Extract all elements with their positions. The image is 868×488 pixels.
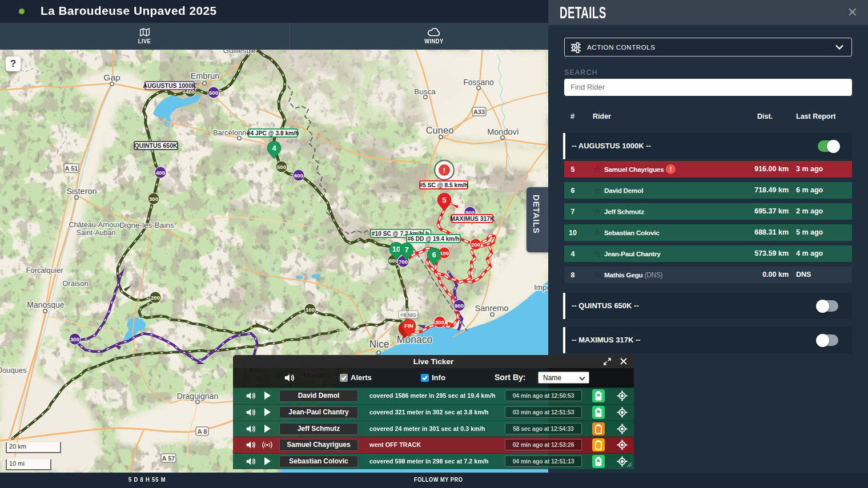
svg-text:500: 500	[277, 164, 286, 170]
svg-text:900: 900	[455, 303, 464, 309]
svg-text:Jouques: Jouques	[0, 366, 27, 374]
svg-text:500: 500	[209, 90, 218, 96]
svg-text:100: 100	[306, 306, 315, 313]
svg-text:100: 100	[440, 250, 449, 256]
svg-text:200: 200	[471, 241, 480, 248]
svg-text:Oraison: Oraison	[62, 279, 89, 288]
svg-text:Cuneo: Cuneo	[426, 125, 454, 135]
svg-text:Sisteron: Sisteron	[66, 187, 97, 196]
svg-text:Nice: Nice	[369, 338, 389, 350]
svg-text:Saint-Auban: Saint-Auban	[77, 229, 116, 237]
svg-text:#5 SC @ 8.5 km/h: #5 SC @ 8.5 km/h	[420, 182, 468, 188]
svg-text:Monaco: Monaco	[397, 334, 432, 345]
svg-text:600: 600	[294, 172, 303, 179]
svg-text:AUGUSTUS 1000K: AUGUSTUS 1000K	[143, 82, 196, 89]
svg-text:10: 10	[392, 245, 400, 253]
svg-text:4: 4	[272, 144, 276, 152]
svg-text:A33: A33	[473, 108, 485, 115]
svg-text:Forcalquier: Forcalquier	[26, 266, 63, 275]
svg-text:Impe: Impe	[534, 283, 548, 292]
svg-text:QUINTUS 650K: QUINTUS 650K	[134, 142, 178, 149]
svg-text:5: 5	[442, 196, 446, 204]
svg-text:#4 JPC @ 3.8 km/h: #4 JPC @ 3.8 km/h	[247, 130, 299, 136]
svg-text:Embrun: Embrun	[191, 71, 220, 80]
svg-text:#6 DD @ 19.4 km/h: #6 DD @ 19.4 km/h	[408, 236, 460, 242]
svg-text:200: 200	[151, 295, 160, 301]
svg-text:Draguignan: Draguignan	[177, 392, 218, 401]
svg-text:Mondovì: Mondovì	[487, 127, 519, 136]
svg-text:300: 300	[70, 336, 79, 342]
svg-text:!: !	[443, 166, 445, 175]
svg-text:300: 300	[149, 196, 158, 202]
svg-text:300: 300	[435, 319, 444, 325]
svg-text:A 8: A 8	[198, 428, 207, 435]
svg-text:#8 MG: #8 MG	[400, 312, 417, 318]
svg-text:Fossano: Fossano	[463, 78, 494, 87]
svg-text:Busca: Busca	[414, 87, 436, 96]
svg-text:A 57: A 57	[162, 455, 175, 462]
svg-text:Sanremo: Sanremo	[475, 304, 509, 313]
svg-text:Guillestre: Guillestre	[223, 50, 255, 55]
svg-text:Château-Arnoux-: Château-Arnoux-	[69, 221, 123, 229]
svg-text:6: 6	[432, 251, 436, 259]
svg-text:A 51: A 51	[65, 165, 78, 172]
svg-text:FIN: FIN	[404, 322, 413, 329]
svg-text:Manosque: Manosque	[27, 300, 65, 309]
svg-text:MAXIMUS 317K: MAXIMUS 317K	[450, 215, 495, 222]
svg-text:400: 400	[156, 170, 165, 176]
svg-text:7: 7	[404, 245, 408, 254]
svg-text:Gap: Gap	[103, 72, 120, 82]
svg-text:Digne-les-Bains: Digne-les-Bains	[119, 221, 174, 229]
